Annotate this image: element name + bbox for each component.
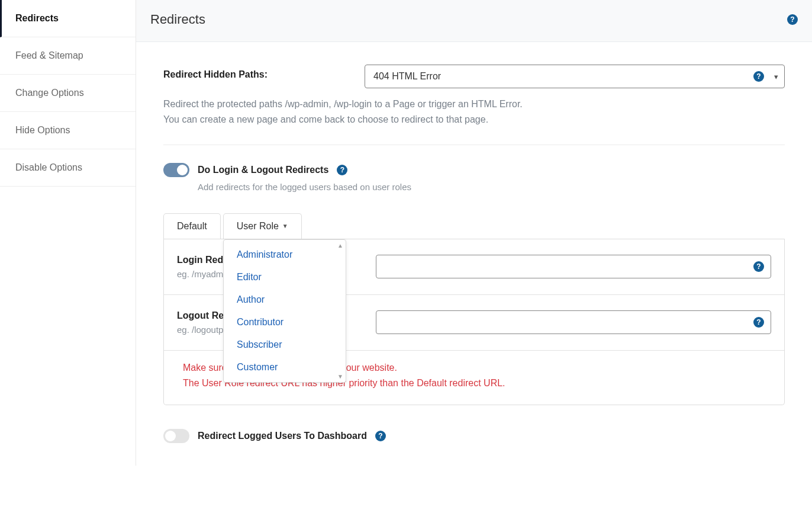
login-logout-desc: Add redirects for the logged users based… [198, 182, 785, 192]
dashboard-help-icon[interactable]: ? [375, 431, 386, 441]
sidebar-item-change-options[interactable]: Change Options [0, 75, 136, 112]
divider [163, 145, 785, 145]
login-redirect-input[interactable] [376, 255, 771, 278]
sidebar-item-hide-options[interactable]: Hide Options [0, 112, 136, 149]
dropdown-item-editor[interactable]: Editor [224, 266, 346, 288]
dropdown-item-administrator[interactable]: Administrator [224, 243, 346, 266]
sidebar-item-redirects[interactable]: Redirects [0, 0, 136, 37]
hidden-paths-desc: Redirect the protected paths /wp-admin, … [163, 97, 785, 128]
caret-down-icon: ▼ [282, 223, 288, 229]
dropdown-item-customer[interactable]: Customer [224, 356, 346, 379]
tab-default[interactable]: Default [163, 213, 221, 239]
login-redirect-help-icon[interactable]: ? [753, 261, 764, 272]
redirect-card: ▲ Administrator Editor Author Contributo… [163, 239, 785, 405]
hidden-paths-select[interactable]: 404 HTML Error ? ▾ [365, 65, 785, 88]
tab-user-role[interactable]: User Role ▼ [223, 213, 302, 239]
scroll-down-icon[interactable]: ▼ [337, 373, 343, 380]
login-logout-toggle-label: Do Login & Logout Redirects [198, 165, 328, 175]
hidden-paths-value: 404 HTML Error [373, 71, 441, 82]
sidebar-item-disable-options[interactable]: Disable Options [0, 149, 136, 187]
dropdown-item-subscriber[interactable]: Subscriber [224, 334, 346, 356]
page-title: Redirects [150, 12, 205, 27]
sidebar: Redirects Feed & Sitemap Change Options … [0, 0, 136, 466]
dashboard-toggle[interactable] [163, 429, 189, 443]
chevron-down-icon: ▾ [774, 72, 778, 81]
dropdown-item-contributor[interactable]: Contributor [224, 311, 346, 334]
login-logout-help-icon[interactable]: ? [337, 165, 347, 175]
dropdown-item-author[interactable]: Author [224, 288, 346, 311]
hidden-paths-help-icon[interactable]: ? [753, 71, 764, 82]
scroll-up-icon[interactable]: ▲ [337, 242, 343, 249]
logout-redirect-input[interactable] [376, 310, 771, 334]
login-logout-toggle[interactable] [163, 163, 189, 177]
hidden-paths-label: Redirect Hidden Paths: [163, 65, 341, 80]
dashboard-toggle-label: Redirect Logged Users To Dashboard [198, 431, 367, 441]
user-role-dropdown: ▲ Administrator Editor Author Contributo… [223, 239, 346, 383]
logout-redirect-help-icon[interactable]: ? [753, 317, 764, 328]
header-help-icon[interactable]: ? [787, 14, 798, 25]
tabs: Default User Role ▼ [163, 213, 785, 239]
main-panel: Redirects ? Redirect Hidden Paths: 404 H… [136, 0, 812, 466]
sidebar-item-feed-sitemap[interactable]: Feed & Sitemap [0, 37, 136, 75]
header: Redirects ? [136, 0, 812, 42]
